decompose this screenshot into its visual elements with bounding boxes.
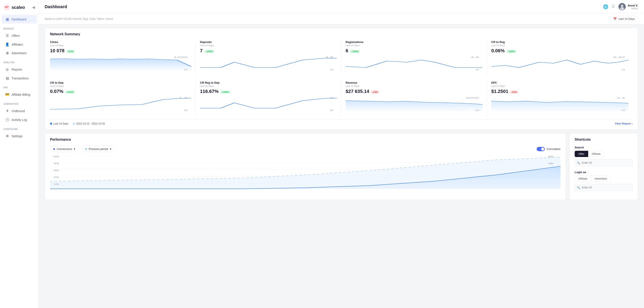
svg-text:0: 0: [622, 69, 625, 71]
view-report-link[interactable]: View Report ›: [615, 122, 632, 125]
metric-period: Last 14 Days: [50, 85, 191, 87]
metric-badge: +100%: [220, 90, 230, 94]
sidebar-item-settings[interactable]: ⚙ Settings: [2, 132, 37, 140]
login-tab-advertiser[interactable]: Advertiser: [591, 176, 611, 182]
login-tabs: Affiliate Advertiser: [575, 176, 632, 182]
metric-value-row: 7 +100%: [200, 48, 337, 54]
sidebar-item-label: Advertisers: [12, 51, 26, 55]
cumulative-label: Cumulative: [546, 147, 560, 150]
legend-dot-current: [50, 123, 52, 125]
sidebar-item-activity-log[interactable]: 🕐 Activity Log: [2, 115, 37, 124]
shortcuts-card: Shortcuts Search Offer Affiliate 🔍 Login…: [569, 133, 638, 200]
svg-text:5k: 5k: [53, 156, 59, 158]
billing-icon: 💳: [5, 92, 10, 97]
conversions-dropdown[interactable]: Conversions ▾: [50, 146, 78, 152]
network-summary-card: Network Summary Clicks Last 14 Days 10 0…: [45, 28, 638, 130]
metric-registrations: Registrations Last 14 Days 6 +100% 4.8 0: [341, 40, 487, 76]
login-tab-affiliate[interactable]: Affiliate: [575, 176, 591, 182]
sidebar-item-offers[interactable]: ☰ Offers: [2, 31, 37, 40]
svg-text:3k: 3k: [53, 169, 59, 172]
conversions-label: Conversions: [57, 147, 72, 150]
reports-icon: ◎: [5, 67, 10, 71]
cumulative-switch[interactable]: [537, 147, 545, 151]
chevron-right-icon: ›: [632, 122, 632, 125]
svg-text:2.4: 2.4: [616, 97, 625, 99]
prev-dot: [85, 148, 87, 150]
search-tab-affiliate[interactable]: Affiliate: [588, 151, 604, 157]
login-input[interactable]: [575, 184, 632, 191]
sidebar-item-transactions[interactable]: ▤ Transactions: [2, 74, 37, 82]
advertisers-icon: 🖥: [5, 51, 10, 55]
login-search-icon: 🔍: [577, 186, 580, 189]
activity-log-icon: 🕐: [5, 118, 10, 122]
sidebar-toggle-icon[interactable]: ◀: [32, 5, 35, 10]
configure-section-label: CONFIGURE: [0, 124, 38, 132]
svg-text:0: 0: [330, 69, 334, 71]
svg-text:4k: 4k: [548, 162, 554, 165]
sidebar-item-label: Transactions: [12, 77, 29, 80]
metric-clicks: Clicks Last 14 Days 10 078 +22%: [50, 40, 196, 76]
epc-chart: 2.4 0: [491, 96, 628, 111]
outbound-icon: ✈: [5, 109, 10, 113]
sidebar-item-outbound[interactable]: ✈ Outbound: [2, 107, 37, 115]
metric-value-row: 0.07% +100%: [50, 89, 191, 94]
calendar-icon: 📅: [613, 17, 617, 21]
globe-icon[interactable]: 🌐: [603, 4, 608, 9]
metric-label: Revenue: [346, 81, 482, 84]
legend-current: Last 14 Days: [50, 122, 68, 125]
sidebar-item-label: Outbound: [12, 109, 25, 113]
metrics-grid-row1: Clicks Last 14 Days 10 078 +22%: [50, 40, 632, 76]
metrics-grid-row2: CR to Dep Last 14 Days 0.07% +100% 1.2 0…: [50, 81, 632, 117]
svg-text:0: 0: [184, 109, 188, 111]
cumulative-toggle: Cumulative: [537, 147, 560, 151]
metric-label: CR to Dep: [50, 81, 191, 84]
search-input-wrap: 🔍: [575, 159, 632, 166]
metric-label: CR to Reg: [491, 40, 628, 44]
svg-text:0.32: 0.32: [613, 56, 625, 58]
metric-deposits: Deposits Last 14 Days 7 +100% 4.8 0: [196, 40, 342, 76]
metric-value-row: $27 635.14 -19%: [346, 89, 482, 94]
metric-value: 0.06%: [491, 48, 505, 54]
dropdown-arrow-icon: ▾: [74, 147, 75, 150]
date-filter-label: Last 14 Days: [618, 17, 635, 21]
search-tab-offer[interactable]: Offer: [575, 151, 588, 157]
settings-icon: ⚙: [5, 134, 10, 138]
shortcuts-title: Shortcuts: [575, 138, 632, 141]
metric-badge: +100%: [350, 50, 360, 53]
sidebar-item-label: Activity Log: [12, 118, 27, 121]
previous-period-label: Previous period: [89, 147, 108, 150]
date-filter-button[interactable]: 📅 Last 14 Days: [610, 16, 638, 22]
metric-period: Last 14 Days: [200, 85, 337, 87]
affiliates-icon: 👤: [5, 42, 10, 47]
bottom-grid: Performance Conversions ▾ Previous perio…: [45, 133, 638, 200]
sidebar-item-dashboard[interactable]: ▦ Dashboard: [2, 15, 37, 24]
metric-badge: +100%: [65, 90, 75, 94]
revenue-chart: 3200 0: [346, 96, 482, 111]
search-label: Search: [575, 146, 632, 149]
administer-section-label: ADMINISTER: [0, 99, 38, 106]
grid-icon[interactable]: ⠿: [612, 4, 615, 9]
performance-card: Performance Conversions ▾ Previous perio…: [45, 133, 566, 200]
metric-period: Last 14 Days: [200, 44, 337, 47]
svg-point-0: [4, 4, 10, 10]
svg-text:1000: 1000: [174, 56, 188, 58]
metric-period: Last 14 Days: [491, 85, 628, 87]
sidebar-item-affiliate-billing[interactable]: 💳 Affiliate Billing: [2, 90, 37, 99]
svg-text:0: 0: [330, 109, 334, 111]
svg-text:2k: 2k: [53, 176, 59, 178]
sidebar-item-affiliates[interactable]: 👤 Affiliates: [2, 40, 37, 49]
performance-title: Performance: [50, 138, 560, 141]
registrations-chart: 4.8 0: [346, 56, 482, 71]
metric-label: CR Reg to Dep: [200, 81, 337, 84]
svg-text:3200: 3200: [466, 97, 479, 99]
legend-dot-previous: [73, 123, 75, 125]
sidebar-item-advertisers[interactable]: 🖥 Advertisers: [2, 49, 37, 57]
metric-value: $27 635.14: [346, 89, 369, 94]
previous-period-dropdown[interactable]: Previous period ▾: [82, 146, 114, 152]
search-input[interactable]: [575, 159, 632, 166]
sidebar-item-label: Offers: [12, 34, 20, 37]
dashboard-icon: ▦: [5, 17, 10, 21]
svg-text:0: 0: [476, 69, 479, 71]
sidebar-item-reports[interactable]: ◎ Reports: [2, 65, 37, 74]
metric-label: Registrations: [346, 40, 482, 44]
